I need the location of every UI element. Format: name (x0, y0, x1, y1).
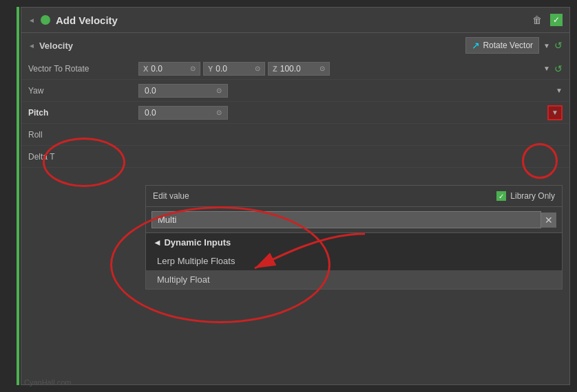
confirm-button[interactable]: ✓ (550, 14, 563, 26)
pitch-dropdown-button[interactable]: ▼ (547, 105, 563, 120)
yaw-label: Yaw (28, 86, 138, 96)
rotate-vector-button[interactable]: ↗ Rotate Vector (465, 37, 539, 54)
delta-t-label: Delta T (28, 152, 138, 162)
yaw-row: Yaw 0.0 ⊙ ▼ (21, 80, 569, 102)
roll-row: Roll (21, 124, 569, 146)
pitch-row: Pitch 0.0 ⊙ ▼ (21, 102, 569, 124)
x-field[interactable]: X 0.0 ⊙ (138, 62, 200, 76)
library-only-checkbox[interactable]: ✓ (496, 191, 506, 201)
search-input[interactable] (151, 211, 541, 228)
z-spin-icon[interactable]: ⊙ (319, 65, 325, 72)
y-spin-icon[interactable]: ⊙ (255, 65, 260, 72)
rotate-vector-label: Rotate Vector (483, 41, 533, 50)
panel-title: Add Velocity (56, 14, 524, 26)
library-only-label: Library Only (510, 191, 555, 201)
x-value: 0.0 (151, 64, 187, 74)
roll-label: Roll (28, 130, 138, 140)
z-label: Z (273, 65, 277, 73)
yaw-field[interactable]: 0.0 ⊙ (138, 84, 228, 98)
velocity-section-header: ◄ Velocity ↗ Rotate Vector ▼ ↺ (21, 33, 569, 58)
pitch-label: Pitch (28, 108, 138, 118)
watermark: CyanHall.com (24, 378, 71, 386)
main-panel: ◄ Add Velocity 🗑 ✓ ◄ Velocity ↗ Rotate V… (21, 7, 570, 385)
pitch-value: 0.0 (145, 108, 213, 118)
yaw-dropdown-icon[interactable]: ▼ (556, 87, 563, 94)
y-label: Y (208, 65, 213, 73)
x-spin-icon[interactable]: ⊙ (190, 65, 196, 72)
pitch-spin-icon[interactable]: ⊙ (216, 109, 222, 116)
search-row: ✕ (146, 207, 562, 233)
collapse-arrow-icon[interactable]: ◄ (28, 17, 35, 24)
enabled-indicator[interactable] (41, 15, 50, 25)
popup-title: Edit value (153, 191, 496, 201)
vector-to-rotate-label: Vector To Rotate (28, 64, 138, 74)
y-value: 0.0 (216, 64, 252, 74)
popup-header: Edit value ✓ Library Only (146, 186, 562, 207)
velocity-section-title: Velocity (39, 41, 73, 51)
z-value: 100.0 (280, 64, 317, 74)
velocity-dropdown-icon[interactable]: ▼ (543, 42, 550, 50)
velocity-reset-icon[interactable]: ↺ (554, 40, 563, 51)
panel-header: ◄ Add Velocity 🗑 ✓ (21, 8, 569, 33)
vector-reset-icon[interactable]: ↺ (554, 63, 563, 74)
velocity-collapse-icon[interactable]: ◄ (28, 42, 35, 50)
multiply-float-item[interactable]: Multiply Float (146, 270, 562, 289)
yaw-spin-icon[interactable]: ⊙ (216, 87, 222, 94)
pitch-field[interactable]: 0.0 ⊙ (138, 106, 228, 120)
x-label: X (143, 65, 148, 73)
rotate-icon: ↗ (472, 40, 480, 51)
vector-dropdown-icon[interactable]: ▼ (543, 65, 550, 72)
library-only-container: ✓ Library Only (496, 191, 555, 201)
edit-value-popup: Edit value ✓ Library Only ✕ ◄ Dynamic In… (145, 185, 563, 290)
delta-t-row: Delta T (21, 146, 569, 168)
y-field[interactable]: Y 0.0 ⊙ (203, 62, 265, 76)
green-bar (17, 7, 19, 385)
z-field[interactable]: Z 100.0 ⊙ (268, 62, 330, 76)
pitch-dropdown-icon: ▼ (552, 109, 558, 116)
xyz-inputs: X 0.0 ⊙ Y 0.0 ⊙ Z 100.0 ⊙ (138, 62, 543, 76)
delete-icon[interactable]: 🗑 (529, 13, 545, 27)
yaw-value: 0.0 (145, 86, 213, 96)
dynamic-inputs-header: ◄ Dynamic Inputs (146, 233, 562, 252)
dynamic-inputs-label: ◄ Dynamic Inputs (153, 237, 231, 248)
clear-search-button[interactable]: ✕ (541, 213, 556, 228)
lerp-multiple-floats-item[interactable]: Lerp Multiple Floats (146, 252, 562, 270)
vector-to-rotate-row: Vector To Rotate X 0.0 ⊙ Y 0.0 ⊙ Z 100.0… (21, 58, 569, 80)
